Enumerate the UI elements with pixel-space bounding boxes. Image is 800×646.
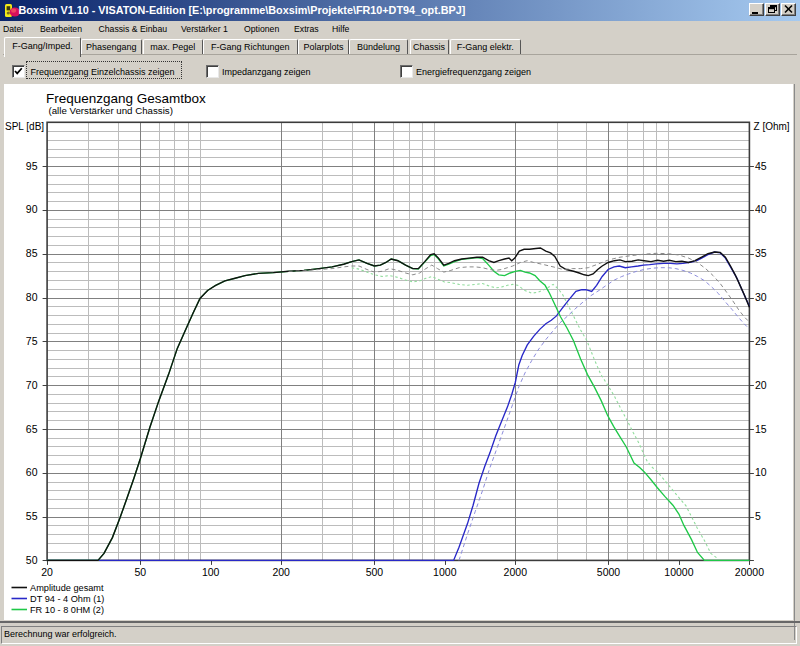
svg-text:1000: 1000 xyxy=(433,566,457,578)
svg-text:10: 10 xyxy=(755,466,767,478)
svg-text:40: 40 xyxy=(755,203,767,215)
svg-text:SPL [dB]: SPL [dB] xyxy=(5,121,44,132)
svg-text:95: 95 xyxy=(26,160,38,172)
svg-text:200: 200 xyxy=(272,566,290,578)
svg-text:80: 80 xyxy=(26,291,38,303)
svg-text:50: 50 xyxy=(26,554,38,566)
svg-text:25: 25 xyxy=(755,335,767,347)
svg-text:20: 20 xyxy=(755,379,767,391)
svg-text:(alle Verstärker und Chassis): (alle Verstärker und Chassis) xyxy=(49,105,173,116)
svg-text:55: 55 xyxy=(26,510,38,522)
svg-text:60: 60 xyxy=(26,466,38,478)
svg-text:Frequenzgang Gesamtbox: Frequenzgang Gesamtbox xyxy=(46,91,206,106)
svg-text:2000: 2000 xyxy=(504,566,528,578)
svg-text:35: 35 xyxy=(755,247,767,259)
svg-text:5: 5 xyxy=(755,510,761,522)
svg-text:FR 10 - 8 0HM (2): FR 10 - 8 0HM (2) xyxy=(30,605,104,615)
svg-text:500: 500 xyxy=(366,566,384,578)
svg-text:20: 20 xyxy=(41,566,53,578)
svg-text:100: 100 xyxy=(202,566,220,578)
svg-text:90: 90 xyxy=(26,203,38,215)
svg-text:75: 75 xyxy=(26,335,38,347)
svg-text:10000: 10000 xyxy=(664,566,693,578)
svg-text:20000: 20000 xyxy=(735,566,764,578)
svg-text:5000: 5000 xyxy=(597,566,621,578)
svg-text:30: 30 xyxy=(755,291,767,303)
svg-text:15: 15 xyxy=(755,423,767,435)
svg-text:70: 70 xyxy=(26,379,38,391)
svg-text:DT 94 - 4 Ohm (1): DT 94 - 4 Ohm (1) xyxy=(30,594,104,604)
svg-text:45: 45 xyxy=(755,160,767,172)
svg-text:85: 85 xyxy=(26,247,38,259)
svg-text:65: 65 xyxy=(26,423,38,435)
svg-text:50: 50 xyxy=(134,566,146,578)
svg-text:Z [Ohm]: Z [Ohm] xyxy=(754,121,790,132)
svg-text:Amplitude gesamt: Amplitude gesamt xyxy=(30,583,104,593)
